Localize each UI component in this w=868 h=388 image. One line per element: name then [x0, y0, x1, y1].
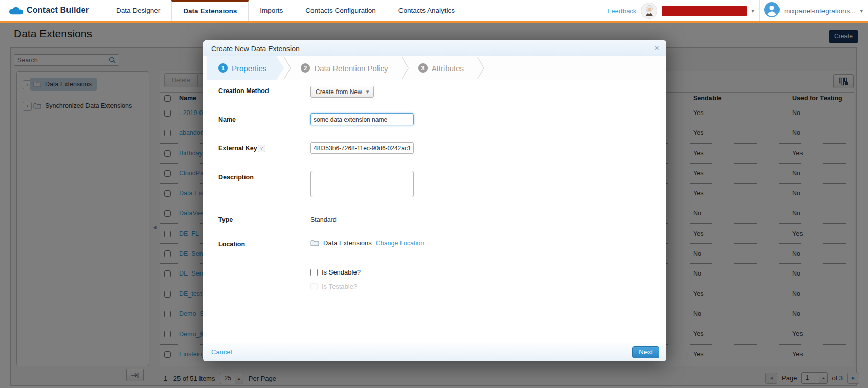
is-testable-label: Is Testable?	[322, 283, 357, 290]
step-separator-icon	[477, 56, 485, 80]
modal-title: Create New Data Extension	[211, 44, 300, 53]
description-textarea[interactable]	[310, 171, 414, 197]
user-avatar[interactable]	[764, 2, 780, 19]
step-separator-icon	[402, 56, 409, 80]
cloud-logo-icon	[8, 5, 25, 18]
is-sendable-label: Is Sendable?	[322, 268, 361, 276]
nav-item-contacts-analytics[interactable]: Contacts Analytics	[387, 0, 466, 21]
creation-method-dropdown[interactable]: Create from New▾	[310, 86, 374, 98]
caret-down-icon[interactable]: ▾	[860, 8, 863, 14]
creation-method-label: Creation Method	[218, 87, 269, 95]
nav-items: Data DesignerData ExtensionsImportsConta…	[105, 0, 466, 21]
step-separator-icon	[284, 56, 292, 80]
external-key-label: External Key	[218, 145, 257, 152]
is-testable-checkbox	[310, 283, 318, 290]
nav-item-imports[interactable]: Imports	[249, 0, 294, 21]
location-row: Data Extensions Change Location	[310, 239, 424, 247]
wizard-step-data-retention-policy[interactable]: 2 Data Retention Policy	[292, 56, 401, 80]
nav-right-cluster: Feedback ▾ mixpanel-integrations... ▾	[607, 0, 863, 21]
creation-method-value: Create from New	[316, 88, 362, 96]
create-data-extension-modal: Create New Data Extension × 1 Properties…	[203, 40, 666, 361]
step-label: Properties	[232, 64, 266, 73]
einstein-avatar[interactable]	[641, 3, 657, 19]
modal-footer: Cancel Next	[203, 343, 666, 361]
folder-icon	[310, 240, 319, 246]
feedback-link[interactable]: Feedback	[607, 7, 636, 15]
name-label: Name	[218, 116, 236, 123]
external-key-input[interactable]	[310, 142, 414, 154]
description-label: Description	[218, 174, 254, 181]
nav-item-data-extensions[interactable]: Data Extensions	[171, 0, 249, 21]
type-label: Type	[218, 216, 233, 223]
caret-down-icon[interactable]: ▾	[751, 8, 754, 14]
wizard-step-attributes[interactable]: 3 Attributes	[409, 56, 477, 80]
nav-item-data-designer[interactable]: Data Designer	[105, 0, 171, 21]
nav-item-contacts-configuration[interactable]: Contacts Configuration	[294, 0, 387, 21]
change-location-link[interactable]: Change Location	[376, 240, 425, 247]
close-icon[interactable]: ×	[654, 43, 659, 53]
wizard-step-properties[interactable]: 1 Properties	[207, 56, 284, 80]
wizard-steps: 1 Properties 2 Data Retention Policy 3 A…	[203, 56, 666, 80]
screen: Data Extensions Create › Data Extensions…	[0, 0, 868, 388]
help-icon[interactable]: ?	[258, 145, 265, 152]
is-testable-row: Is Testable?	[310, 283, 357, 290]
app-title: Contact Builder	[27, 6, 89, 15]
modal-header: Create New Data Extension ×	[203, 40, 666, 57]
step-label: Data Retention Policy	[314, 64, 388, 73]
location-label: Location	[218, 241, 245, 248]
next-button[interactable]: Next	[632, 346, 659, 358]
cancel-link[interactable]: Cancel	[211, 348, 232, 356]
type-value: Standard	[310, 216, 337, 223]
step-label: Attributes	[432, 64, 464, 73]
name-input[interactable]	[310, 113, 414, 125]
account-name[interactable]: mixpanel-integrations...	[784, 7, 856, 15]
step-number-badge: 1	[218, 63, 228, 73]
step-number-badge: 3	[418, 63, 428, 73]
top-nav: Contact Builder Data DesignerData Extens…	[0, 0, 868, 23]
location-value: Data Extensions	[323, 239, 372, 247]
step-number-badge: 2	[301, 63, 310, 73]
is-sendable-checkbox[interactable]	[310, 269, 318, 276]
is-sendable-row: Is Sendable?	[310, 268, 361, 276]
redacted-account-block[interactable]	[662, 6, 747, 16]
caret-down-icon: ▾	[366, 88, 369, 95]
nav-divider	[759, 0, 760, 21]
